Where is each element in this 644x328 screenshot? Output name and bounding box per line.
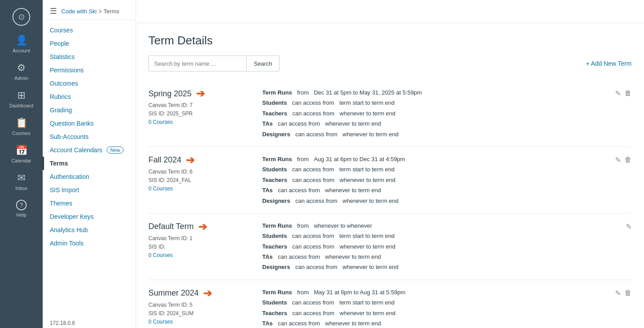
edit-icon[interactable]: ✎ [626,222,632,231]
term-detail-row: Teachers can access from whenever to ter… [262,308,608,318]
sidebar-item-developer-keys[interactable]: Developer Keys [43,210,136,223]
sidebar-item-analytics-hub[interactable]: Analytics Hub [43,223,136,237]
admin-icon: ⚙ [17,62,26,74]
term-name[interactable]: Default Term➔ [148,221,255,233]
detail-suffix: from [297,87,309,98]
term-name[interactable]: Spring 2025➔ [148,87,255,100]
term-details: Term Runs from May 31 at 6pm to Aug 31 a… [262,287,608,328]
nav-help-label: Help [16,212,27,217]
detail-label: TAs [262,185,273,195]
detail-suffix: from [297,154,309,164]
detail-suffix: can access from [278,185,320,195]
content-area: Term Details Search + Add New Term Sprin… [136,23,644,328]
edit-icon[interactable]: ✎ [615,156,621,164]
term-courses[interactable]: 0 Courses [148,186,255,192]
search-button[interactable]: Search [246,55,280,71]
term-detail-row: Designers can access from whenever to te… [262,196,608,206]
nav-admin[interactable]: ⚙ Admin [0,58,43,85]
detail-suffix: can access from [296,129,338,139]
account-icon: 👤 [16,35,28,46]
term-meta: Canvas Term ID: 6SIS ID: 2024_FAL [148,168,255,185]
sidebar-item-courses[interactable]: Courses [43,24,136,37]
dashboard-icon: ⊞ [17,90,25,101]
detail-suffix: can access from [278,318,320,328]
calendar-icon: 📅 [16,145,28,156]
detail-label: Designers [262,262,290,272]
nav-inbox[interactable]: ✉ Inbox [0,168,43,195]
sidebar-item-admin-tools[interactable]: Admin Tools [43,237,136,250]
term-detail-row: Term Runs from May 31 at 6pm to Aug 31 a… [262,287,608,297]
term-row: Fall 2024➔Canvas Term ID: 6SIS ID: 2024_… [148,147,632,213]
detail-label: Students [262,231,287,241]
term-courses[interactable]: 0 Courses [148,119,255,125]
term-detail-row: TAs can access from whenever to term end [262,318,608,328]
sidebar-item-statistics[interactable]: Statistics [43,50,136,63]
edit-icon[interactable]: ✎ [615,289,621,297]
terms-list: Spring 2025➔Canvas Term ID: 7SIS ID: 202… [148,80,632,328]
term-actions: ✎🗑 [615,87,632,98]
detail-value: term start to term end [340,98,395,108]
detail-label: TAs [262,318,273,328]
term-name[interactable]: Fall 2024➔ [148,154,255,166]
term-detail-row: Students can access from term start to t… [262,98,608,108]
nav-account[interactable]: 👤 Account [0,30,43,58]
detail-label: Term Runs [262,87,292,98]
delete-icon[interactable]: 🗑 [624,289,632,297]
detail-label: Designers [262,196,290,206]
sidebar-item-sub-accounts[interactable]: Sub-Accounts [43,130,136,143]
detail-suffix: can access from [292,175,335,185]
nav-courses[interactable]: 📋 Courses [0,113,43,140]
detail-value: May 31 at 6pm to Aug 31 at 5:59pm [314,287,405,297]
term-name-link[interactable]: Default Term [148,222,194,231]
detail-suffix: can access from [292,164,334,174]
term-arrow-icon: ➔ [186,154,195,166]
term-name-link[interactable]: Fall 2024 [148,155,181,165]
detail-label: TAs [262,252,273,262]
sidebar-item-sis-import[interactable]: SIS Import [43,183,136,197]
search-input[interactable] [148,55,246,71]
new-badge: New [107,146,124,154]
term-detail-row: Students can access from term start to t… [262,231,619,241]
sidebar-item-permissions[interactable]: Permissions [43,63,136,77]
detail-value: whenever to term end [343,196,399,206]
detail-value: whenever to whenever [314,221,372,231]
term-arrow-icon: ➔ [196,87,205,100]
term-courses[interactable]: 0 Courses [148,319,255,325]
term-name[interactable]: Summer 2024➔ [148,287,255,300]
sidebar-item-themes[interactable]: Themes [43,197,136,210]
edit-icon[interactable]: ✎ [615,89,621,98]
nav-dashboard[interactable]: ⊞ Dashboard [0,85,43,113]
help-icon: ? [16,200,27,210]
detail-value: Aug 31 at 6pm to Dec 31 at 4:59pm [314,154,405,164]
term-name-link[interactable]: Spring 2025 [148,89,192,99]
detail-suffix: can access from [296,262,338,272]
detail-suffix: can access from [292,231,334,241]
breadcrumb-separator: > [98,8,102,15]
add-new-term-button[interactable]: + Add New Term [586,60,632,67]
detail-value: whenever to term end [325,318,381,328]
sidebar-item-rubrics[interactable]: Rubrics [43,90,136,103]
nav-calendar[interactable]: 📅 Calendar [0,140,43,168]
sidebar-item-outcomes[interactable]: Outcomes [43,77,136,90]
term-details: Term Runs from whenever to wheneverStude… [262,221,619,273]
term-name-link[interactable]: Summer 2024 [148,288,199,298]
delete-icon[interactable]: 🗑 [624,156,632,164]
sidebar-item-grading[interactable]: Grading [43,103,136,117]
breadcrumb-parent[interactable]: Code with Ski [61,8,96,15]
nav-help[interactable]: ? Help [0,195,43,222]
term-courses[interactable]: 0 Courses [148,252,255,258]
sidebar-item-people[interactable]: People [43,37,136,50]
sidebar-item-authentication[interactable]: Authentication [43,170,136,183]
detail-suffix: can access from [292,241,335,252]
detail-suffix: can access from [292,308,335,318]
sidebar-item-account-calendars[interactable]: Account Calendars New [43,143,136,157]
inbox-icon: ✉ [17,172,25,184]
sidebar-item-question-banks[interactable]: Question Banks [43,117,136,130]
nav-logo[interactable]: ⊙ [0,4,43,30]
sidebar-item-terms[interactable]: Terms [43,157,136,170]
term-details: Term Runs from Aug 31 at 6pm to Dec 31 a… [262,154,608,206]
delete-icon[interactable]: 🗑 [624,89,632,97]
detail-label: Teachers [262,308,287,318]
hamburger-icon[interactable]: ☰ [50,6,57,16]
term-detail-row: TAs can access from whenever to term end [262,252,619,262]
